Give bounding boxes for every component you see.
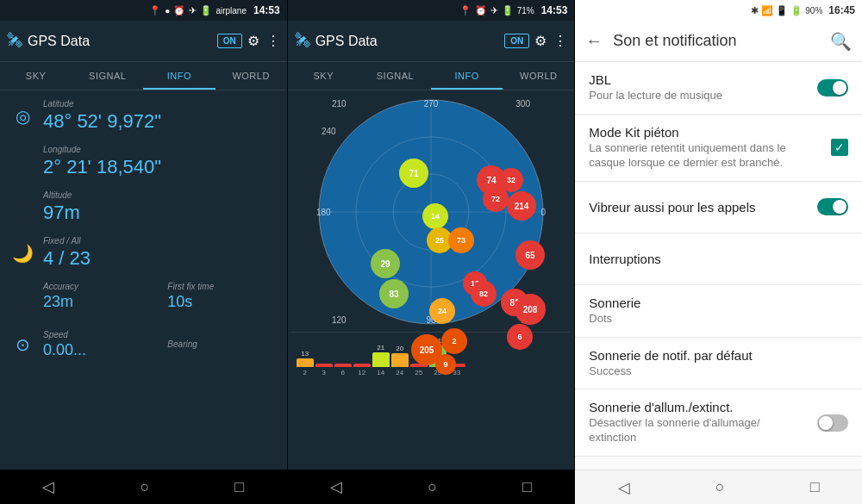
tab-sky-2[interactable]: SKY	[288, 62, 359, 90]
more-icon-1[interactable]: ⋮	[266, 33, 280, 49]
home-button-2[interactable]: ○	[410, 475, 454, 500]
nav-bar-3: ◁ ○ □	[575, 470, 862, 504]
bluetooth-icon: ●	[165, 6, 170, 16]
latitude-row: ◎ Latitude 48° 52' 9,972"	[12, 99, 275, 133]
latitude-data: Latitude 48° 52' 9,972"	[43, 99, 275, 133]
alarm-icon: ⏰	[173, 5, 185, 16]
settings-item-6[interactable]: Sonnerie d'allum./extinct. Désactiver la…	[575, 389, 862, 457]
back-button-2[interactable]: ◁	[313, 474, 359, 500]
tab-info-2[interactable]: INFO	[431, 62, 503, 90]
settings-item-subtitle-6: Désactiver la sonnerie d'allumage/ extin…	[589, 416, 807, 445]
fixed-all-data: Fixed / All 4 / 23	[43, 236, 275, 270]
signal-bar-24: 20	[391, 345, 409, 367]
signal-bar-6	[334, 363, 352, 367]
status-bar-3: ✱ 📶 📱 🔋 90% 16:45	[575, 0, 862, 21]
accuracy-label: Accuracy	[43, 282, 150, 291]
app-bar-1: 🛰 GPS Data ON ⚙ ⋮	[0, 21, 287, 62]
first-fix-value: 10s	[167, 293, 274, 311]
bar-id-12: 12	[353, 369, 371, 376]
bar-id-3: 3	[315, 369, 333, 376]
tabs-1: SKY SIGNAL INFO WORLD	[0, 62, 287, 90]
toggle-2[interactable]	[817, 198, 848, 215]
signal-bar-14: 21	[372, 344, 390, 367]
satellite-dot-2: 2	[441, 328, 467, 354]
tab-world-2[interactable]: WORLD	[503, 62, 574, 90]
satellite-dot-14: 14	[422, 203, 448, 229]
satellite-dot-83: 83	[379, 279, 409, 308]
speed-row: ⊙ Speed 0.00... Bearing	[12, 323, 275, 366]
toggle-6[interactable]	[817, 414, 848, 432]
home-button-3[interactable]: ○	[698, 475, 742, 500]
more-icon-2[interactable]: ⋮	[553, 33, 567, 49]
on-toggle-2[interactable]: ON	[504, 34, 529, 48]
back-button-3[interactable]: ◁	[601, 475, 647, 501]
toggle-0[interactable]	[817, 79, 848, 96]
status-time-2: 14:53	[541, 4, 568, 16]
satellite-dot-72: 72	[483, 186, 509, 212]
settings-item-5[interactable]: Sonnerie de notif. par défaut Success	[575, 338, 862, 390]
settings-item-2[interactable]: Vibreur aussi pour les appels	[575, 182, 862, 233]
latitude-label: Latitude	[43, 99, 275, 109]
settings-item-4[interactable]: Sonnerie Dots	[575, 285, 862, 338]
back-button-settings[interactable]: ←	[585, 31, 603, 51]
settings-item-text-1: Mode Kit piéton La sonnerie retentit uni…	[589, 125, 831, 171]
settings-item-subtitle-4: Dots	[589, 312, 838, 327]
bar-id-2: 2	[297, 369, 314, 376]
filter-icon-2[interactable]: ⚙	[534, 33, 547, 49]
altitude-value: 97m	[43, 202, 275, 224]
settings-item-1[interactable]: Mode Kit piéton La sonnerie retentit uni…	[575, 115, 862, 182]
settings-item-text-5: Sonnerie de notif. par défaut Success	[589, 348, 848, 379]
settings-item-title-0: JBL	[589, 72, 807, 87]
fixed-all-label: Fixed / All	[43, 236, 275, 246]
settings-item-text-2: Vibreur aussi pour les appels	[589, 200, 817, 215]
checkbox-1[interactable]: ✓	[831, 139, 848, 156]
tab-sky-1[interactable]: SKY	[0, 62, 72, 90]
settings-item-0[interactable]: JBL Pour la lecture de musique	[575, 62, 862, 115]
status-time-3: 16:45	[828, 4, 855, 16]
altitude-row: Altitude 97m	[43, 190, 275, 224]
tab-signal-1[interactable]: SIGNAL	[72, 62, 143, 90]
search-button-settings[interactable]: 🔍	[830, 31, 852, 52]
first-fix-label: First fix time	[167, 282, 274, 291]
recent-button-1[interactable]: □	[217, 475, 261, 500]
on-toggle-1[interactable]: ON	[217, 34, 242, 48]
nav-bar-1: ◁ ○ □	[0, 470, 287, 504]
satellite-dot-24: 24	[429, 298, 455, 324]
app-bar-2: 🛰 GPS Data ON ⚙ ⋮	[288, 21, 575, 62]
panel-settings: ✱ 📶 📱 🔋 90% 16:45 ← Son et notification …	[575, 0, 862, 504]
accuracy-firstfix-row: Accuracy 23m First fix time 10s	[43, 282, 275, 311]
satellite-dot-71: 71	[399, 159, 428, 188]
filter-icon-1[interactable]: ⚙	[247, 33, 259, 49]
bluetooth-icon-3: ✱	[751, 5, 759, 16]
fixed-all-row: 🌙 Fixed / All 4 / 23	[12, 236, 275, 270]
bar-value-2: 13	[301, 350, 309, 358]
bar-id-6: 6	[334, 369, 352, 376]
signal-bar-12	[353, 363, 371, 367]
settings-item-title-4: Sonnerie	[589, 296, 838, 310]
satellite-dot-6: 6	[507, 324, 533, 350]
settings-item-text-0: JBL Pour la lecture de musique	[589, 72, 817, 103]
signal-bar-3	[315, 363, 333, 367]
battery-icon: 🔋	[200, 5, 212, 16]
settings-item-title-1: Mode Kit piéton	[589, 125, 821, 140]
speed-label: Speed	[43, 330, 150, 339]
recent-button-3[interactable]: □	[793, 475, 837, 500]
altitude-data: Altitude 97m	[43, 190, 275, 224]
recent-button-2[interactable]: □	[505, 475, 549, 500]
longitude-value: 2° 21' 18,540"	[43, 156, 275, 178]
tab-signal-2[interactable]: SIGNAL	[359, 62, 431, 90]
battery-icon-2: 🔋	[502, 5, 514, 16]
location-icon-info: ◎	[12, 106, 33, 127]
satellite-dot-82: 82	[471, 281, 497, 307]
home-button-1[interactable]: ○	[122, 475, 166, 500]
satellite-dot-65: 65	[515, 240, 545, 270]
info-content: ◎ Latitude 48° 52' 9,972" Longitude 2° 2…	[0, 90, 287, 470]
panel-gps-sky: 📍 ⏰ ✈ 🔋 71% 14:53 🛰 GPS Data ON ⚙ ⋮ SKY …	[288, 0, 576, 504]
settings-item-3[interactable]: Interruptions	[575, 233, 862, 285]
satellites-container: 7114257329832422059743272214658120861282	[315, 96, 547, 328]
tab-info-1[interactable]: INFO	[143, 62, 215, 90]
back-button-1[interactable]: ◁	[25, 474, 72, 500]
tab-world-1[interactable]: WORLD	[216, 62, 287, 90]
battery-icon-3: 🔋	[790, 5, 803, 16]
bar-value-24: 20	[396, 345, 403, 352]
